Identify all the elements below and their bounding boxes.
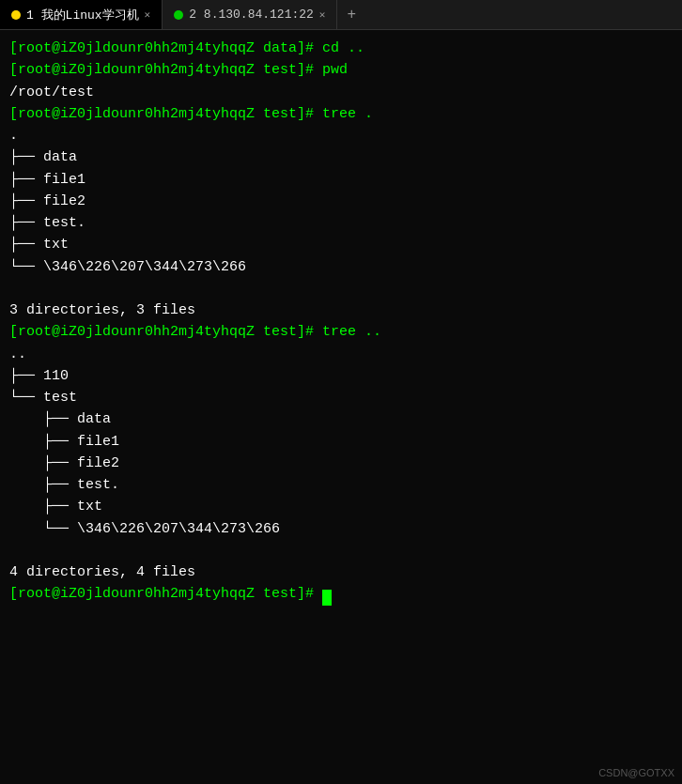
terminal-line-21: ├── txt bbox=[9, 496, 673, 517]
terminal-line-8: ├── test. bbox=[9, 212, 673, 234]
terminal-line-24: 4 directories, 4 files bbox=[9, 561, 673, 583]
terminal-line-23 bbox=[9, 540, 673, 561]
tab-1[interactable]: 1 我的Linux学习机 ✕ bbox=[0, 0, 163, 29]
terminal-line-14: .. bbox=[9, 344, 673, 365]
terminal-line-19: ├── file2 bbox=[9, 453, 673, 474]
terminal-line-22: └── \346\226\207\344\273\266 bbox=[9, 518, 673, 540]
terminal-line-4: . bbox=[9, 125, 673, 146]
terminal-line-1: [root@iZ0jldounr0hh2mj4tyhqqZ test]# pwd bbox=[9, 59, 673, 81]
tab-2[interactable]: 2 8.130.84.121:22 ✕ bbox=[163, 0, 337, 29]
tab-2-dot bbox=[174, 10, 183, 20]
tab-2-close[interactable]: ✕ bbox=[319, 8, 326, 21]
terminal-line-12: 3 directories, 3 files bbox=[9, 300, 673, 321]
terminal-line-11 bbox=[9, 278, 673, 300]
terminal-line-16: └── test bbox=[9, 387, 673, 408]
terminal-line-0: [root@iZ0jldounr0hh2mj4tyhqqZ data]# cd … bbox=[9, 38, 673, 59]
terminal-line-18: ├── file1 bbox=[9, 431, 673, 453]
tab-2-label: 2 8.130.84.121:22 bbox=[189, 8, 314, 22]
terminal-line-2: /root/test bbox=[9, 82, 673, 103]
terminal-line-20: ├── test. bbox=[9, 474, 673, 496]
terminal-line-15: ├── 110 bbox=[9, 365, 673, 387]
tab-add-button[interactable]: + bbox=[337, 0, 365, 29]
terminal[interactable]: [root@iZ0jldounr0hh2mj4tyhqqZ data]# cd … bbox=[0, 30, 682, 784]
terminal-line-3: [root@iZ0jldounr0hh2mj4tyhqqZ test]# tre… bbox=[9, 103, 673, 125]
tab-1-dot bbox=[11, 10, 21, 20]
terminal-line-6: ├── file1 bbox=[9, 169, 673, 191]
tab-1-label: 1 我的Linux学习机 bbox=[26, 7, 139, 23]
terminal-line-10: └── \346\226\207\344\273\266 bbox=[9, 256, 673, 278]
terminal-line-25: [root@iZ0jldounr0hh2mj4tyhqqZ test]# bbox=[9, 583, 673, 605]
tab-1-close[interactable]: ✕ bbox=[145, 8, 151, 21]
watermark: CSDN@GOTXX bbox=[598, 767, 674, 778]
terminal-line-7: ├── file2 bbox=[9, 191, 673, 212]
terminal-line-9: ├── txt bbox=[9, 234, 673, 255]
terminal-line-13: [root@iZ0jldounr0hh2mj4tyhqqZ test]# tre… bbox=[9, 321, 673, 343]
terminal-line-17: ├── data bbox=[9, 408, 673, 430]
terminal-line-5: ├── data bbox=[9, 146, 673, 168]
terminal-cursor bbox=[322, 590, 332, 606]
tab-bar: 1 我的Linux学习机 ✕ 2 8.130.84.121:22 ✕ + bbox=[0, 0, 682, 30]
